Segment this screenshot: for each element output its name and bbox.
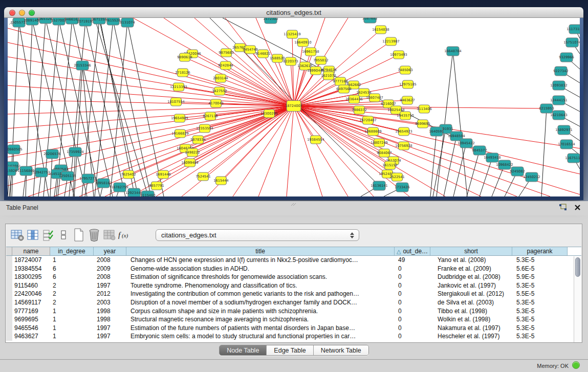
table-cell: 5.3E-5: [512, 324, 568, 333]
panel-divider-grip[interactable]: [291, 203, 297, 206]
column-header-label: short: [464, 248, 478, 255]
row-height-icon[interactable]: [56, 228, 71, 242]
graph-edge-black[interactable]: [437, 51, 453, 196]
graph-node-label: 12093832: [550, 83, 568, 87]
table-row[interactable]: 1938455462009Genome-wide association stu…: [6, 265, 581, 273]
table-row[interactable]: 1456911722003Disruption of a novel membe…: [6, 298, 581, 307]
column-header-out_de[interactable]: △out_de…: [395, 247, 430, 255]
graph-edge-black[interactable]: [453, 51, 467, 196]
window-titlebar[interactable]: citations_edges.txt: [4, 7, 583, 18]
table-row[interactable]: 946554611997Estimation of the future num…: [6, 324, 581, 333]
memory-status-dot: [572, 361, 580, 369]
graph-node-label: 9463627: [400, 98, 415, 102]
table-cell: 2008: [94, 256, 126, 265]
graph-edge-red[interactable]: [8, 106, 294, 143]
graph-node-label: 1640591: [429, 129, 444, 134]
graph-edge-red[interactable]: [8, 57, 294, 106]
graph-edge-black[interactable]: [95, 18, 148, 195]
graph-node-label: 12213393: [170, 85, 187, 89]
graph-edge-black[interactable]: [69, 21, 85, 196]
graph-edge-red[interactable]: [185, 57, 294, 106]
network-canvas[interactable]: 2242004698906182718126122133931810755419…: [8, 18, 580, 196]
tab-edge-table[interactable]: Edge Table: [267, 345, 313, 355]
table-cell: 1998: [94, 315, 126, 324]
table-cell: 9699695: [12, 315, 50, 324]
table-row[interactable]: 2242004622012Investigating the contribut…: [6, 290, 581, 298]
graph-edge-black[interactable]: [72, 19, 113, 196]
graph-node-label: 16493418: [484, 156, 501, 160]
column-header-short[interactable]: short: [430, 247, 512, 255]
graph-node-label: 1733426: [395, 185, 409, 189]
column-header-name[interactable]: name: [12, 247, 50, 255]
table-row[interactable]: 946362711997Embryonic stem cells: a mode…: [6, 332, 581, 341]
graph-node-label: 6497568: [336, 87, 351, 91]
graph-edge-black[interactable]: [82, 19, 99, 196]
float-panel-icon[interactable]: [559, 204, 567, 211]
table-selector-dropdown[interactable]: citations_edges.txt: [156, 229, 359, 241]
resize-grip-icon[interactable]: [8, 18, 15, 25]
table-row[interactable]: 969969511998Structural magnetic resonanc…: [6, 315, 581, 324]
graph-edge-red[interactable]: [233, 106, 294, 196]
graph-node-label: 3113406: [417, 107, 431, 111]
graph-edge-red[interactable]: [287, 106, 294, 196]
row-gutter-cell: [6, 256, 12, 265]
network-view-window: citations_edges.txt 22420046989061827181…: [4, 7, 583, 200]
graph-node-label: 11156869: [17, 169, 35, 173]
table-row[interactable]: 911546021997Tourette syndrome. Phenomeno…: [6, 281, 581, 290]
select-column-icon[interactable]: [25, 228, 40, 242]
column-header-title[interactable]: title: [126, 247, 395, 255]
close-panel-icon[interactable]: [574, 204, 581, 211]
tab-network-table[interactable]: Network Table: [314, 345, 368, 355]
graph-edge-black[interactable]: [100, 18, 134, 193]
graph-node-label: 18640910: [294, 40, 312, 45]
row-header-gutter: [6, 247, 12, 255]
table-row[interactable]: 1830029562008Estimation of significance …: [6, 273, 581, 281]
column-header-year[interactable]: year: [94, 247, 126, 255]
table-cell: 0: [395, 290, 430, 298]
sort-ascending-icon: △: [397, 248, 401, 255]
table-cell: 9115460: [12, 281, 50, 290]
graph-node-label: 12942757: [33, 170, 50, 174]
table-scrollbar[interactable]: [574, 256, 581, 342]
graph-edge-black[interactable]: [444, 136, 456, 196]
graph-node-label: 1527002: [51, 18, 66, 23]
row-check-icon[interactable]: [40, 228, 56, 242]
table-settings-icon[interactable]: [10, 228, 25, 242]
graph-edge-black[interactable]: [95, 20, 113, 196]
graph-node-label: 9115460: [140, 193, 155, 196]
graph-edge-black[interactable]: [433, 129, 446, 196]
table-cell: 0: [395, 324, 430, 333]
graph-edge-black[interactable]: [480, 158, 492, 196]
import-table-icon[interactable]: [102, 228, 117, 242]
table-cell: 0: [395, 281, 430, 290]
delete-icon[interactable]: [86, 228, 102, 242]
window-title: citations_edges.txt: [4, 9, 583, 16]
function-icon[interactable]: f(x): [117, 228, 133, 242]
table-row[interactable]: 977716911998Corpus callosum shape and si…: [6, 307, 581, 316]
table-cell: 2008: [94, 273, 126, 281]
graph-node-label: 10807487: [366, 96, 383, 100]
table-cell: 9463627: [12, 332, 50, 341]
table-cell: 5.3E-5: [512, 315, 568, 324]
graph-edge-black[interactable]: [467, 150, 480, 196]
graph-node-label: 16136141: [371, 184, 388, 188]
graph-edge-red[interactable]: [294, 106, 348, 196]
graph-node-label: 9329966: [559, 55, 574, 59]
tab-node-table[interactable]: Node Table: [220, 345, 267, 355]
graph-node-label: 8454749: [243, 48, 257, 52]
table-cell: Franke et al. (2009): [430, 265, 512, 273]
table-cell: 2009: [94, 265, 126, 273]
graph-node-label: 12213987: [382, 39, 400, 43]
graph-node-label: 4170043: [208, 101, 223, 105]
table-cell: 0: [395, 332, 430, 341]
node-table: namein_degreeyeartitle△out_de…shortpager…: [6, 247, 581, 342]
table-scrollbar-thumb[interactable]: [575, 257, 580, 277]
graph-edge-black[interactable]: [430, 132, 437, 196]
graph-node-label: 19166829: [171, 132, 189, 136]
table-row[interactable]: 1872400712008Changes of HCN gene express…: [6, 256, 581, 265]
column-header-in_degree[interactable]: in_degree: [50, 247, 94, 255]
new-document-icon[interactable]: [71, 228, 86, 242]
column-header-pagerank[interactable]: pagerank: [512, 247, 568, 255]
table-cell: Estimation of the future numbers of pati…: [126, 324, 395, 333]
table-cell: Tourette syndrome. Phenomenology and cla…: [126, 281, 395, 290]
